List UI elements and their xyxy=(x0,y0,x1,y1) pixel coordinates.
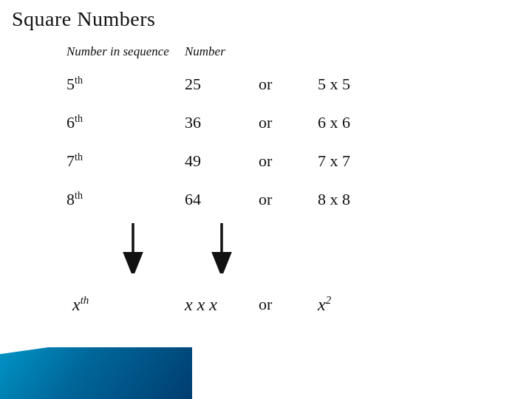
table-row: 8th 64 or 8 x 8 xyxy=(66,180,480,219)
main-table: Number in sequence Number 5th 25 or 5 x … xyxy=(66,44,480,325)
cell-seq-4: 8th xyxy=(66,190,185,209)
last-row: xth x x x or x2 xyxy=(66,284,480,325)
header-row: Number in sequence Number xyxy=(66,44,480,59)
cell-num-x: x x x xyxy=(185,295,259,315)
cell-num-3: 49 xyxy=(185,151,259,171)
cell-num-2: 36 xyxy=(185,113,259,132)
cell-or-3: or xyxy=(259,151,318,171)
col-header-sequence: Number in sequence xyxy=(66,44,185,59)
cell-or-1: or xyxy=(259,75,318,94)
cell-num-4: 64 xyxy=(185,190,259,209)
arrow-seq xyxy=(66,222,185,273)
cell-expr-x: x2 xyxy=(318,294,414,315)
cell-expr-4: 8 x 8 xyxy=(318,190,414,209)
cell-expr-1: 5 x 5 xyxy=(318,75,414,94)
cell-or-2: or xyxy=(259,113,318,132)
col-header-number: Number xyxy=(185,44,259,59)
decorative-bottom xyxy=(0,347,192,399)
arrow-row xyxy=(66,222,480,281)
table-row: 5th 25 or 5 x 5 xyxy=(66,65,480,103)
cell-expr-2: 6 x 6 xyxy=(318,113,414,132)
arrow-num xyxy=(185,222,259,273)
cell-seq-2: 6th xyxy=(66,113,185,132)
cell-seq-1: 5th xyxy=(66,75,185,94)
table-row: 7th 49 or 7 x 7 xyxy=(66,142,480,180)
table-row: 6th 36 or 6 x 6 xyxy=(66,103,480,142)
deco-blue xyxy=(0,347,192,399)
cell-num-1: 25 xyxy=(185,75,259,94)
cell-seq-x: xth xyxy=(66,294,185,315)
cell-seq-3: 7th xyxy=(66,151,185,171)
down-arrow-num xyxy=(208,222,235,273)
down-arrow-seq xyxy=(120,222,146,273)
cell-or-x: or xyxy=(259,295,318,314)
cell-or-4: or xyxy=(259,190,318,209)
page-title: Square Numbers xyxy=(0,0,532,37)
cell-expr-3: 7 x 7 xyxy=(318,151,414,171)
